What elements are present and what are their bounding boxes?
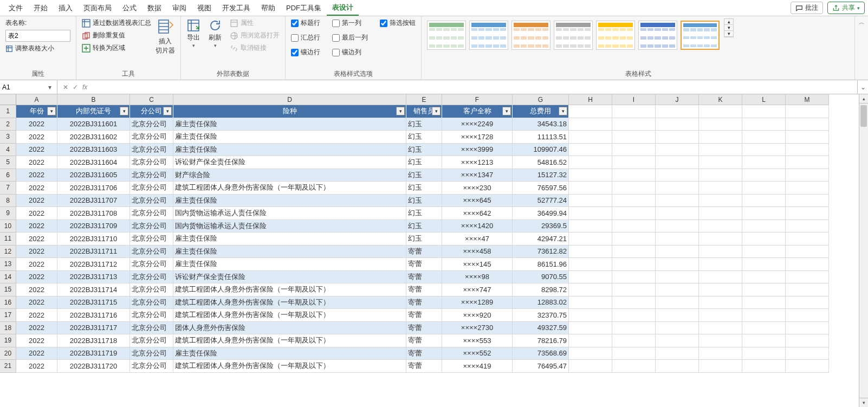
column-header[interactable]: H [569, 94, 612, 105]
data-cell[interactable] [569, 195, 612, 208]
data-cell[interactable] [612, 271, 656, 284]
menu-开发工具[interactable]: 开发工具 [217, 1, 256, 15]
resize-table-button[interactable]: 调整表格大小 [5, 44, 70, 53]
data-cell[interactable] [612, 156, 656, 169]
filter-dropdown-button[interactable]: ▾ [163, 107, 172, 115]
menu-PDF工具集[interactable]: PDF工具集 [281, 1, 327, 15]
data-cell[interactable]: 2022BJ311716 [57, 309, 130, 322]
data-cell[interactable] [786, 322, 829, 335]
data-cell[interactable] [786, 283, 829, 296]
data-cell[interactable] [742, 296, 786, 309]
name-box-dropdown[interactable]: ▾ [44, 83, 55, 91]
data-cell[interactable]: 雇主责任保险 [173, 195, 406, 208]
data-cell[interactable]: 寄蕾 [406, 296, 442, 309]
data-cell[interactable]: 北京分公司 [130, 360, 173, 373]
opt-banded-cols[interactable]: 镶边列 [332, 48, 368, 57]
column-header[interactable]: F [442, 94, 513, 105]
data-cell[interactable] [699, 322, 742, 335]
formula-bar-expand[interactable]: ⌄ [857, 80, 868, 94]
data-cell[interactable]: 幻玉 [406, 207, 442, 220]
data-cell[interactable]: 2022 [16, 334, 57, 347]
formula-input[interactable] [93, 80, 857, 94]
data-cell[interactable] [569, 283, 612, 296]
data-cell[interactable] [656, 144, 699, 157]
row-header[interactable]: 19 [0, 334, 16, 347]
data-cell[interactable]: 2022BJ311710 [57, 232, 130, 246]
data-cell[interactable] [569, 232, 612, 246]
data-cell[interactable] [742, 182, 786, 195]
data-cell[interactable] [656, 347, 699, 360]
data-cell[interactable]: 2022 [16, 182, 57, 195]
data-cell[interactable]: 2022 [16, 144, 57, 157]
data-cell[interactable]: 2022BJ311602 [57, 131, 130, 144]
data-cell[interactable]: 北京分公司 [130, 207, 173, 220]
menu-表设计[interactable]: 表设计 [327, 1, 359, 16]
column-header[interactable]: L [742, 94, 786, 105]
data-cell[interactable]: 2022 [16, 271, 57, 284]
data-cell[interactable]: 建筑工程团体人身意外伤害保险（一年期及以下） [173, 360, 406, 373]
data-cell[interactable] [699, 334, 742, 347]
data-cell[interactable] [699, 246, 742, 259]
data-cell[interactable] [699, 220, 742, 233]
data-cell[interactable]: ××××47 [442, 232, 513, 246]
data-cell[interactable] [656, 322, 699, 335]
filter-dropdown-button[interactable]: ▾ [47, 107, 56, 115]
opt-total-row[interactable]: 汇总行 [291, 33, 320, 42]
data-cell[interactable]: 2022 [16, 195, 57, 208]
data-cell[interactable]: ××××145 [442, 258, 513, 271]
row-header[interactable]: 5 [0, 156, 16, 169]
data-cell[interactable]: 北京分公司 [130, 169, 173, 182]
data-cell[interactable] [742, 334, 786, 347]
data-cell[interactable]: 幻玉 [406, 232, 442, 246]
data-cell[interactable]: 寄蕾 [406, 309, 442, 322]
data-cell[interactable] [742, 195, 786, 208]
menu-公式[interactable]: 公式 [117, 1, 142, 15]
column-header[interactable]: J [656, 94, 699, 105]
row-header[interactable]: 16 [0, 296, 16, 309]
menu-帮助[interactable]: 帮助 [256, 1, 281, 15]
data-cell[interactable]: 12883.02 [513, 296, 569, 309]
menu-页面布局[interactable]: 页面布局 [78, 1, 117, 15]
column-header[interactable]: G [513, 94, 569, 105]
data-cell[interactable]: ××××642 [442, 207, 513, 220]
data-cell[interactable]: 2022BJ311706 [57, 182, 130, 195]
data-cell[interactable] [786, 296, 829, 309]
data-cell[interactable] [612, 309, 656, 322]
data-cell[interactable] [699, 118, 742, 131]
filter-dropdown-button[interactable]: ▾ [502, 107, 511, 115]
filter-dropdown-button[interactable]: ▾ [432, 107, 441, 115]
data-cell[interactable]: 寄蕾 [406, 334, 442, 347]
data-cell[interactable] [656, 220, 699, 233]
export-button[interactable]: 导出 ▾ [186, 18, 200, 48]
data-cell[interactable] [612, 195, 656, 208]
data-cell[interactable]: 2022BJ311707 [57, 195, 130, 208]
data-cell[interactable] [786, 347, 829, 360]
data-cell[interactable]: ××××458 [442, 246, 513, 259]
data-cell[interactable]: 建筑工程团体人身意外伤害保险（一年期及以下） [173, 283, 406, 296]
table-header-cell[interactable]: 客户全称▾ [442, 105, 513, 118]
data-cell[interactable] [699, 309, 742, 322]
data-cell[interactable]: 诉讼财产保全责任保险 [173, 156, 406, 169]
table-header-cell[interactable]: 分公司▾ [130, 105, 173, 118]
first-col-checkbox[interactable] [332, 20, 340, 27]
data-cell[interactable]: 86151.96 [513, 258, 569, 271]
data-cell[interactable]: 雇主责任保险 [173, 144, 406, 157]
data-cell[interactable]: 建筑工程团体人身意外伤害保险（一年期及以下） [173, 309, 406, 322]
data-cell[interactable]: 寄蕾 [406, 258, 442, 271]
data-cell[interactable]: 幻玉 [406, 182, 442, 195]
data-cell[interactable]: ××××1289 [442, 296, 513, 309]
row-header[interactable]: 6 [0, 169, 16, 182]
data-cell[interactable]: ××××230 [442, 182, 513, 195]
data-cell[interactable] [569, 309, 612, 322]
formula-cancel-button[interactable]: ✕ [63, 83, 68, 91]
data-cell[interactable] [742, 360, 786, 373]
data-cell[interactable] [699, 258, 742, 271]
data-cell[interactable]: 73612.82 [513, 246, 569, 259]
data-cell[interactable]: 建筑工程团体人身意外伤害保险（一年期及以下） [173, 296, 406, 309]
data-cell[interactable]: 幻玉 [406, 118, 442, 131]
data-cell[interactable] [786, 144, 829, 157]
data-cell[interactable]: 幻玉 [406, 156, 442, 169]
data-cell[interactable]: 2022 [16, 309, 57, 322]
data-cell[interactable]: 2022BJ311605 [57, 169, 130, 182]
data-cell[interactable] [656, 258, 699, 271]
